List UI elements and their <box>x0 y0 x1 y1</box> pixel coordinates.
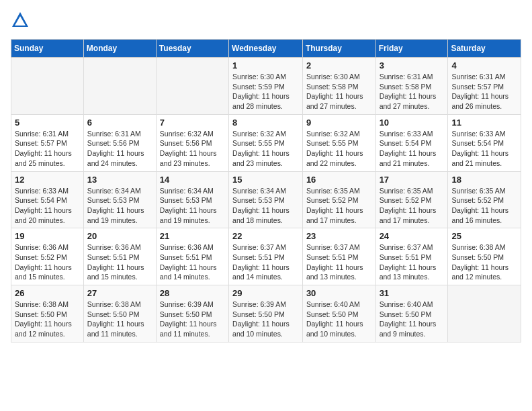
calendar-cell: 11Sunrise: 6:33 AM Sunset: 5:54 PM Dayli… <box>448 114 521 171</box>
day-number: 1 <box>232 60 299 71</box>
calendar-cell <box>83 58 156 115</box>
calendar-cell: 17Sunrise: 6:35 AM Sunset: 5:52 PM Dayli… <box>375 171 448 228</box>
calendar-cell: 28Sunrise: 6:39 AM Sunset: 5:50 PM Dayli… <box>156 285 228 342</box>
day-number: 21 <box>160 231 225 241</box>
day-info: Sunrise: 6:35 AM Sunset: 5:52 PM Dayligh… <box>451 186 517 226</box>
day-number: 7 <box>160 118 225 128</box>
calendar-cell: 26Sunrise: 6:38 AM Sunset: 5:50 PM Dayli… <box>11 285 84 342</box>
day-number: 19 <box>15 231 80 241</box>
day-info: Sunrise: 6:32 AM Sunset: 5:55 PM Dayligh… <box>306 129 372 169</box>
day-info: Sunrise: 6:39 AM Sunset: 5:50 PM Dayligh… <box>232 300 299 339</box>
calendar-cell: 7Sunrise: 6:32 AM Sunset: 5:56 PM Daylig… <box>156 114 228 171</box>
day-info: Sunrise: 6:34 AM Sunset: 5:53 PM Dayligh… <box>160 186 225 226</box>
day-info: Sunrise: 6:37 AM Sunset: 5:51 PM Dayligh… <box>306 242 372 282</box>
day-number: 9 <box>306 118 372 128</box>
day-info: Sunrise: 6:32 AM Sunset: 5:55 PM Dayligh… <box>232 129 299 169</box>
day-info: Sunrise: 6:33 AM Sunset: 5:54 PM Dayligh… <box>15 186 80 226</box>
day-info: Sunrise: 6:37 AM Sunset: 5:51 PM Dayligh… <box>380 242 445 282</box>
calendar-cell: 18Sunrise: 6:35 AM Sunset: 5:52 PM Dayli… <box>448 171 521 228</box>
day-number: 18 <box>451 175 517 185</box>
calendar-header-thursday: Thursday <box>302 40 375 58</box>
day-number: 16 <box>306 175 372 185</box>
calendar-cell: 31Sunrise: 6:40 AM Sunset: 5:50 PM Dayli… <box>375 285 448 342</box>
day-number: 31 <box>380 288 445 298</box>
calendar-cell: 13Sunrise: 6:34 AM Sunset: 5:53 PM Dayli… <box>83 171 156 228</box>
day-number: 25 <box>451 231 517 241</box>
day-info: Sunrise: 6:35 AM Sunset: 5:52 PM Dayligh… <box>306 186 372 226</box>
calendar-cell: 21Sunrise: 6:36 AM Sunset: 5:51 PM Dayli… <box>156 228 228 285</box>
day-number: 30 <box>306 288 372 298</box>
day-number: 14 <box>160 175 225 185</box>
calendar-cell: 9Sunrise: 6:32 AM Sunset: 5:55 PM Daylig… <box>302 114 375 171</box>
day-info: Sunrise: 6:36 AM Sunset: 5:51 PM Dayligh… <box>87 242 152 282</box>
day-number: 2 <box>306 60 372 71</box>
day-number: 3 <box>380 60 445 71</box>
day-number: 13 <box>87 175 152 185</box>
calendar-cell <box>11 58 84 115</box>
page-header <box>11 11 521 34</box>
day-info: Sunrise: 6:32 AM Sunset: 5:56 PM Dayligh… <box>160 129 225 169</box>
calendar-cell: 29Sunrise: 6:39 AM Sunset: 5:50 PM Dayli… <box>229 285 303 342</box>
calendar-header-monday: Monday <box>83 40 156 58</box>
calendar-cell: 1Sunrise: 6:30 AM Sunset: 5:59 PM Daylig… <box>229 58 303 115</box>
day-info: Sunrise: 6:35 AM Sunset: 5:52 PM Dayligh… <box>380 186 445 226</box>
day-number: 11 <box>451 118 517 128</box>
calendar-header-row: SundayMondayTuesdayWednesdayThursdayFrid… <box>11 40 521 58</box>
calendar-cell: 23Sunrise: 6:37 AM Sunset: 5:51 PM Dayli… <box>302 228 375 285</box>
day-info: Sunrise: 6:38 AM Sunset: 5:50 PM Dayligh… <box>87 300 152 339</box>
day-number: 4 <box>451 60 517 71</box>
calendar-header-saturday: Saturday <box>448 40 521 58</box>
day-info: Sunrise: 6:36 AM Sunset: 5:52 PM Dayligh… <box>15 242 80 282</box>
day-info: Sunrise: 6:31 AM Sunset: 5:58 PM Dayligh… <box>380 72 445 111</box>
logo <box>11 11 31 34</box>
calendar-header-sunday: Sunday <box>11 40 84 58</box>
calendar-cell: 22Sunrise: 6:37 AM Sunset: 5:51 PM Dayli… <box>229 228 303 285</box>
day-number: 28 <box>160 288 225 298</box>
day-info: Sunrise: 6:33 AM Sunset: 5:54 PM Dayligh… <box>380 129 445 169</box>
calendar-week-row: 19Sunrise: 6:36 AM Sunset: 5:52 PM Dayli… <box>11 228 521 285</box>
day-number: 29 <box>232 288 299 298</box>
day-info: Sunrise: 6:39 AM Sunset: 5:50 PM Dayligh… <box>160 300 225 339</box>
calendar-cell: 6Sunrise: 6:31 AM Sunset: 5:56 PM Daylig… <box>83 114 156 171</box>
day-number: 5 <box>15 118 80 128</box>
day-info: Sunrise: 6:34 AM Sunset: 5:53 PM Dayligh… <box>232 186 299 226</box>
calendar-cell: 20Sunrise: 6:36 AM Sunset: 5:51 PM Dayli… <box>83 228 156 285</box>
day-info: Sunrise: 6:30 AM Sunset: 5:58 PM Dayligh… <box>306 72 372 111</box>
calendar-cell: 8Sunrise: 6:32 AM Sunset: 5:55 PM Daylig… <box>229 114 303 171</box>
calendar-cell: 30Sunrise: 6:40 AM Sunset: 5:50 PM Dayli… <box>302 285 375 342</box>
calendar-cell: 2Sunrise: 6:30 AM Sunset: 5:58 PM Daylig… <box>302 58 375 115</box>
calendar-cell: 3Sunrise: 6:31 AM Sunset: 5:58 PM Daylig… <box>375 58 448 115</box>
calendar-cell: 14Sunrise: 6:34 AM Sunset: 5:53 PM Dayli… <box>156 171 228 228</box>
day-info: Sunrise: 6:37 AM Sunset: 5:51 PM Dayligh… <box>232 242 299 282</box>
calendar-cell: 5Sunrise: 6:31 AM Sunset: 5:57 PM Daylig… <box>11 114 84 171</box>
day-number: 26 <box>15 288 80 298</box>
calendar-cell <box>448 285 521 342</box>
calendar-cell: 19Sunrise: 6:36 AM Sunset: 5:52 PM Dayli… <box>11 228 84 285</box>
day-number: 24 <box>380 231 445 241</box>
day-number: 6 <box>87 118 152 128</box>
day-info: Sunrise: 6:40 AM Sunset: 5:50 PM Dayligh… <box>306 300 372 339</box>
calendar-cell: 25Sunrise: 6:38 AM Sunset: 5:50 PM Dayli… <box>448 228 521 285</box>
day-number: 23 <box>306 231 372 241</box>
calendar-week-row: 26Sunrise: 6:38 AM Sunset: 5:50 PM Dayli… <box>11 285 521 342</box>
day-number: 17 <box>380 175 445 185</box>
day-info: Sunrise: 6:34 AM Sunset: 5:53 PM Dayligh… <box>87 186 152 226</box>
logo-icon <box>11 11 30 30</box>
calendar-week-row: 12Sunrise: 6:33 AM Sunset: 5:54 PM Dayli… <box>11 171 521 228</box>
calendar-header-wednesday: Wednesday <box>229 40 303 58</box>
calendar-week-row: 1Sunrise: 6:30 AM Sunset: 5:59 PM Daylig… <box>11 58 521 115</box>
day-number: 15 <box>232 175 299 185</box>
day-number: 8 <box>232 118 299 128</box>
day-info: Sunrise: 6:31 AM Sunset: 5:56 PM Dayligh… <box>87 129 152 169</box>
day-info: Sunrise: 6:38 AM Sunset: 5:50 PM Dayligh… <box>15 300 80 339</box>
calendar-week-row: 5Sunrise: 6:31 AM Sunset: 5:57 PM Daylig… <box>11 114 521 171</box>
calendar-header-friday: Friday <box>375 40 448 58</box>
day-number: 10 <box>380 118 445 128</box>
calendar-cell: 24Sunrise: 6:37 AM Sunset: 5:51 PM Dayli… <box>375 228 448 285</box>
day-info: Sunrise: 6:36 AM Sunset: 5:51 PM Dayligh… <box>160 242 225 282</box>
day-info: Sunrise: 6:33 AM Sunset: 5:54 PM Dayligh… <box>451 129 517 169</box>
calendar-cell: 10Sunrise: 6:33 AM Sunset: 5:54 PM Dayli… <box>375 114 448 171</box>
day-info: Sunrise: 6:31 AM Sunset: 5:57 PM Dayligh… <box>15 129 80 169</box>
calendar-table: SundayMondayTuesdayWednesdayThursdayFrid… <box>11 39 521 342</box>
day-info: Sunrise: 6:38 AM Sunset: 5:50 PM Dayligh… <box>451 242 517 282</box>
